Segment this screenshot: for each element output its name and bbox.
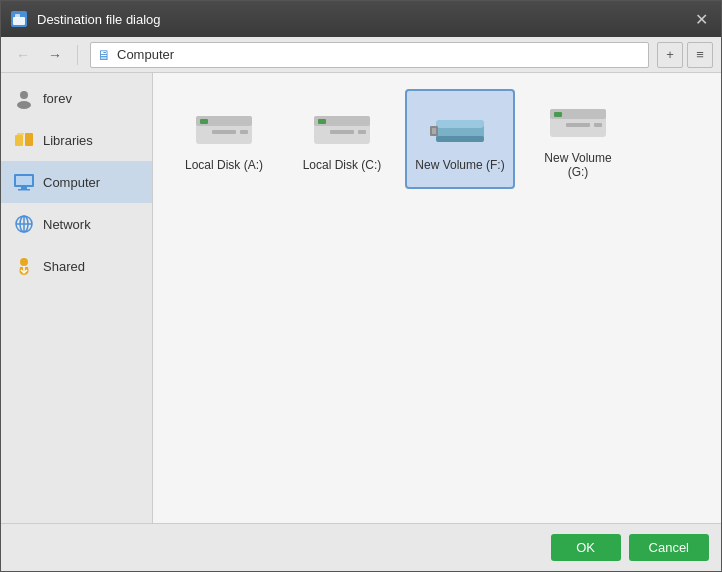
svg-rect-5 xyxy=(15,135,23,146)
forward-button[interactable]: → xyxy=(41,42,69,68)
close-button[interactable]: ✕ xyxy=(689,7,713,31)
drive-item-f[interactable]: New Volume (F:) xyxy=(405,89,515,189)
user-icon xyxy=(13,87,35,109)
location-bar: 🖥 Computer xyxy=(90,42,649,68)
sidebar: forev Libraries xyxy=(1,73,153,523)
network-icon xyxy=(13,213,35,235)
svg-rect-2 xyxy=(15,14,20,18)
svg-point-16 xyxy=(20,258,28,266)
cancel-button[interactable]: Cancel xyxy=(629,534,709,561)
sidebar-item-forev[interactable]: forev xyxy=(1,77,152,119)
toolbar-right: + ≡ xyxy=(657,42,713,68)
svg-rect-35 xyxy=(566,123,590,127)
svg-rect-9 xyxy=(16,176,32,185)
dialog-icon xyxy=(9,9,29,29)
drive-c-label: Local Disk (C:) xyxy=(303,158,382,172)
sidebar-item-computer-label: Computer xyxy=(43,175,100,190)
svg-rect-31 xyxy=(432,128,436,134)
computer-icon xyxy=(13,171,35,193)
sidebar-item-libraries-label: Libraries xyxy=(43,133,93,148)
svg-rect-11 xyxy=(18,189,30,191)
svg-rect-36 xyxy=(594,123,602,127)
svg-rect-28 xyxy=(436,120,484,128)
title-bar: Destination file dialog ✕ xyxy=(1,1,721,37)
svg-point-4 xyxy=(17,101,31,109)
view-toggle-button[interactable]: ≡ xyxy=(687,42,713,68)
svg-rect-25 xyxy=(330,130,354,134)
drive-f-label: New Volume (F:) xyxy=(415,158,504,172)
shared-icon xyxy=(13,255,35,277)
libraries-icon xyxy=(13,129,35,151)
content-area: forev Libraries xyxy=(1,73,721,523)
drive-item-g[interactable]: New Volume (G:) xyxy=(523,89,633,189)
new-folder-button[interactable]: + xyxy=(657,42,683,68)
main-area: Local Disk (A:) Local Disk (C:) xyxy=(153,73,721,523)
toolbar-separator xyxy=(77,45,78,65)
drive-item-c[interactable]: Local Disk (C:) xyxy=(287,89,397,189)
sidebar-item-network-label: Network xyxy=(43,217,91,232)
sidebar-item-shared-label: Shared xyxy=(43,259,85,274)
svg-rect-21 xyxy=(240,130,248,134)
svg-rect-1 xyxy=(13,17,25,25)
location-icon: 🖥 xyxy=(97,47,111,63)
sidebar-item-libraries[interactable]: Libraries xyxy=(1,119,152,161)
svg-rect-6 xyxy=(25,133,33,146)
svg-rect-34 xyxy=(554,112,562,117)
dialog-title: Destination file dialog xyxy=(37,12,689,27)
drive-g-icon xyxy=(546,99,610,143)
drive-item-a[interactable]: Local Disk (A:) xyxy=(169,89,279,189)
svg-rect-19 xyxy=(200,119,208,124)
footer: OK Cancel xyxy=(1,523,721,571)
svg-rect-24 xyxy=(318,119,326,124)
sidebar-item-network[interactable]: Network xyxy=(1,203,152,245)
destination-file-dialog: Destination file dialog ✕ ← → 🖥 Computer… xyxy=(0,0,722,572)
drive-a-label: Local Disk (A:) xyxy=(185,158,263,172)
drive-a-icon xyxy=(192,106,256,150)
drive-c-icon xyxy=(310,106,374,150)
sidebar-item-shared[interactable]: Shared xyxy=(1,245,152,287)
svg-rect-29 xyxy=(436,136,484,142)
sidebar-item-forev-label: forev xyxy=(43,91,72,106)
drive-f-icon xyxy=(428,106,492,150)
svg-rect-10 xyxy=(21,187,27,189)
location-text: Computer xyxy=(117,47,174,62)
svg-rect-20 xyxy=(212,130,236,134)
svg-rect-7 xyxy=(17,133,24,135)
ok-button[interactable]: OK xyxy=(551,534,621,561)
toolbar: ← → 🖥 Computer + ≡ xyxy=(1,37,721,73)
sidebar-item-computer[interactable]: Computer xyxy=(1,161,152,203)
back-button[interactable]: ← xyxy=(9,42,37,68)
svg-rect-26 xyxy=(358,130,366,134)
drive-g-label: New Volume (G:) xyxy=(533,151,623,179)
svg-point-3 xyxy=(20,91,28,99)
